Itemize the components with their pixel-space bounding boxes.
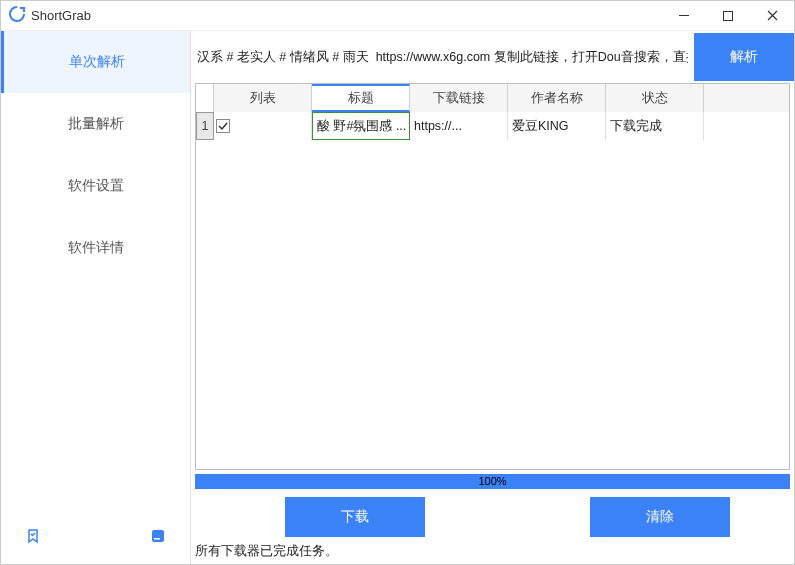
row-number: 1 [196,112,214,140]
sidebar-item-label: 单次解析 [69,53,125,71]
sidebar-item-batch-parse[interactable]: 批量解析 [1,93,190,155]
sidebar-item-label: 软件详情 [68,239,124,257]
row-status: 下载完成 [606,112,704,140]
maximize-button[interactable] [706,1,750,31]
app-logo-icon [9,6,25,26]
svg-rect-2 [152,530,164,542]
column-status[interactable]: 状态 [606,84,704,112]
sidebar-item-about[interactable]: 软件详情 [1,217,190,279]
checkbox-icon[interactable] [216,119,230,133]
result-table: 列表 标题 下载链接 作者名称 状态 1 酸 野#氛围感 ... https:/… [195,83,790,470]
bookmark-icon[interactable] [25,528,41,548]
progress-text: 100% [478,475,506,487]
progress-bar: 100% [195,474,790,489]
row-author: 爱豆KING [508,112,606,140]
clear-button[interactable]: 清除 [590,497,730,537]
main-panel: 解析 列表 标题 下载链接 作者名称 状态 1 酸 野#氛围感 ... http… [191,31,794,564]
row-title[interactable]: 酸 野#氛围感 ... [312,112,410,140]
sidebar-item-single-parse[interactable]: 单次解析 [1,31,190,93]
column-rownum [196,84,214,112]
svg-rect-1 [724,11,733,20]
sidebar-item-label: 批量解析 [68,115,124,133]
column-list[interactable]: 列表 [214,84,312,112]
sidebar-item-settings[interactable]: 软件设置 [1,155,190,217]
status-text: 所有下载器已完成任务。 [195,544,338,558]
sidebar: 单次解析 批量解析 软件设置 软件详情 [1,31,191,564]
sidebar-item-label: 软件设置 [68,177,124,195]
row-checkbox-cell[interactable] [214,112,312,140]
parse-button[interactable]: 解析 [694,33,794,81]
table-row[interactable]: 1 酸 野#氛围感 ... https://... 爱豆KING 下载完成 [196,112,789,140]
svg-rect-3 [154,538,160,540]
svg-rect-0 [679,15,689,16]
table-header: 列表 标题 下载链接 作者名称 状态 [196,84,789,112]
column-title[interactable]: 标题 [312,84,410,112]
window-title: ShortGrab [31,8,662,23]
card-icon[interactable] [150,528,166,548]
close-button[interactable] [750,1,794,31]
url-input[interactable] [191,31,694,83]
status-bar: 所有下载器已完成任务。 [191,541,794,564]
minimize-button[interactable] [662,1,706,31]
titlebar: ShortGrab [1,1,794,31]
column-link[interactable]: 下载链接 [410,84,508,112]
row-link[interactable]: https://... [410,112,508,140]
download-button[interactable]: 下载 [285,497,425,537]
column-author[interactable]: 作者名称 [508,84,606,112]
